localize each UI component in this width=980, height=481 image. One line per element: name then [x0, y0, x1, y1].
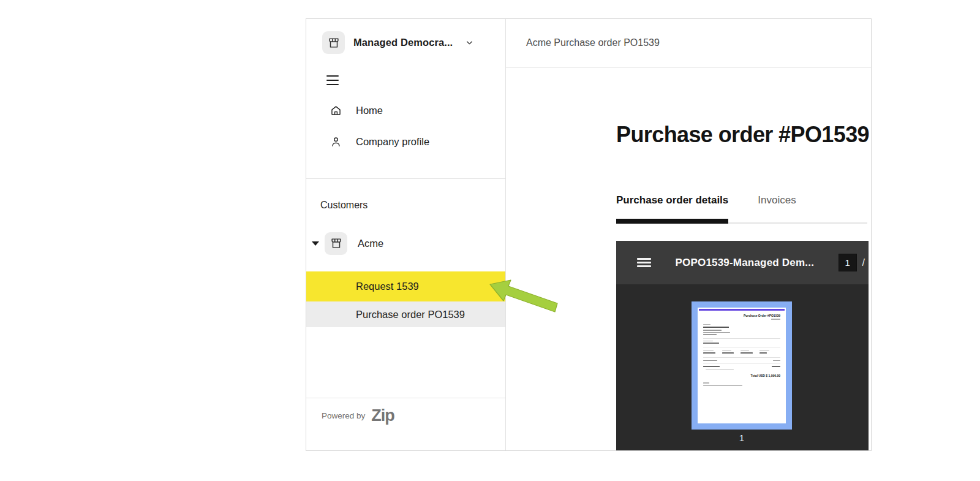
pdf-document-title: POPO1539-Managed Dem...	[651, 257, 839, 269]
sidebar-item-purchase-order-po1539[interactable]: Purchase order PO1539	[306, 301, 505, 327]
main-header: Acme Purchase order PO1539	[506, 19, 871, 68]
tab-bar: Purchase order details Invoices	[616, 193, 867, 224]
document-body: Purchase Order #PO1539	[703, 314, 780, 386]
sidebar-footer-divider	[306, 398, 505, 398]
document-total: Total USD $ 1,096.00	[703, 374, 780, 377]
home-icon	[330, 104, 342, 117]
sidebar-item-home[interactable]: Home	[306, 100, 505, 121]
breadcrumb: Acme Purchase order PO1539	[526, 37, 660, 48]
thumbnail-page-number: 1	[692, 433, 792, 443]
document-heading: Purchase Order #PO1539	[703, 314, 780, 317]
workspace-switcher[interactable]: Managed Democra...	[322, 31, 474, 54]
person-icon	[330, 135, 342, 148]
tab-invoices[interactable]: Invoices	[758, 193, 796, 222]
zip-logo: Zip	[371, 406, 394, 425]
main-pane: Acme Purchase order PO1539 Purchase orde…	[506, 19, 871, 450]
sidebar-divider	[306, 178, 505, 179]
sidebar-item-request-1539[interactable]: Request 1539	[306, 271, 505, 301]
sidebar-item-customer-acme[interactable]: Acme	[306, 229, 505, 257]
pdf-toolbar: POPO1539-Managed Dem... 1 /	[616, 241, 869, 284]
page-number-input[interactable]: 1	[839, 254, 857, 271]
page-separator: /	[862, 257, 865, 268]
customer-name: Acme	[358, 238, 383, 249]
chevron-down-icon	[465, 38, 474, 47]
workspace-name: Managed Democra...	[353, 37, 453, 48]
sidebar-item-company-profile[interactable]: Company profile	[306, 131, 505, 152]
tree-item-label: Purchase order PO1539	[356, 309, 465, 320]
tab-purchase-order-details[interactable]: Purchase order details	[616, 193, 728, 222]
customers-section-label: Customers	[320, 200, 368, 211]
sidebar: Managed Democra... Home Company profile …	[306, 19, 506, 450]
pdf-page-thumbnail[interactable]: Purchase Order #PO1539	[692, 301, 792, 430]
sidebar-item-label: Home	[356, 105, 383, 116]
pdf-sidebar-toggle-icon[interactable]	[637, 258, 651, 267]
tree-item-label: Request 1539	[356, 281, 419, 292]
pdf-page-controls: 1 /	[839, 254, 865, 271]
document-page: Purchase Order #PO1539	[698, 308, 786, 423]
document-accent-bar	[699, 309, 785, 311]
storefront-icon	[325, 232, 347, 255]
menu-icon[interactable]	[326, 75, 339, 85]
caret-down-icon[interactable]	[312, 241, 319, 246]
powered-by-label: Powered by	[322, 411, 365, 420]
powered-by: Powered by Zip	[322, 406, 394, 425]
storefront-icon	[322, 31, 345, 54]
sidebar-item-label: Company profile	[356, 136, 429, 148]
pdf-viewer: POPO1539-Managed Dem... 1 / Purchase Ord…	[616, 241, 869, 451]
portal-window: Managed Democra... Home Company profile …	[306, 18, 872, 451]
page-title: Purchase order #PO1539	[616, 122, 869, 148]
